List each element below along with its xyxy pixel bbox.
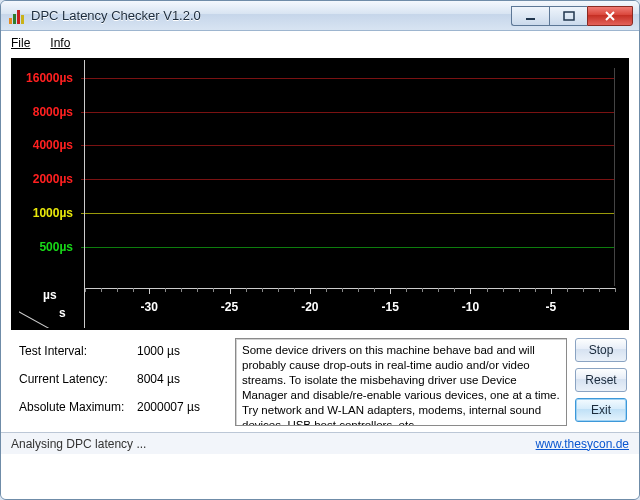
menu-file[interactable]: File — [7, 34, 34, 52]
x-axis-ticks: -30-25-20-15-10-5 — [85, 288, 615, 328]
y-tick-label: 4000µs — [33, 138, 73, 152]
x-tick-label: -15 — [381, 300, 398, 314]
x-tick-label: -10 — [462, 300, 479, 314]
x-tick-label: -5 — [545, 300, 556, 314]
y-unit-label: µs — [43, 288, 57, 302]
button-column: Stop Reset Exit — [575, 338, 627, 422]
minimize-button[interactable] — [511, 6, 549, 26]
client-area: File Info 16000µs8000µs4000µs2000µs1000µ… — [1, 31, 639, 499]
stat-interval-label: Test Interval: — [19, 344, 137, 358]
reset-button[interactable]: Reset — [575, 368, 627, 392]
svg-rect-1 — [564, 12, 574, 20]
x-tick-label: -30 — [141, 300, 158, 314]
x-tick-label: -20 — [301, 300, 318, 314]
titlebar: DPC Latency Checker V1.2.0 — [1, 1, 639, 31]
stat-current-label: Current Latency: — [19, 372, 137, 386]
stat-max-value: 2000007 µs — [137, 400, 200, 414]
window-title: DPC Latency Checker V1.2.0 — [31, 8, 511, 23]
bar-series — [81, 68, 614, 286]
status-link[interactable]: www.thesycon.de — [536, 437, 629, 451]
stat-max-label: Absolute Maximum: — [19, 400, 137, 414]
advice-text: Some device drivers on this machine beha… — [235, 338, 567, 426]
axis-area: µs s -30-25-20-15-10-5 — [15, 288, 615, 328]
menubar: File Info — [1, 32, 639, 54]
svg-rect-0 — [526, 18, 535, 20]
app-icon — [9, 8, 25, 24]
y-tick-label: 8000µs — [33, 105, 73, 119]
y-tick-label: 16000µs — [26, 71, 73, 85]
stop-button[interactable]: Stop — [575, 338, 627, 362]
stat-max: Absolute Maximum: 2000007 µs — [19, 400, 227, 414]
axis-corner: µs s — [19, 288, 85, 328]
close-button[interactable] — [587, 6, 633, 26]
stat-current: Current Latency: 8004 µs — [19, 372, 227, 386]
latency-chart: 16000µs8000µs4000µs2000µs1000µs500µs µs … — [11, 58, 629, 330]
exit-button[interactable]: Exit — [575, 398, 627, 422]
plot-area — [81, 68, 615, 286]
y-tick-label: 2000µs — [33, 172, 73, 186]
statusbar: Analysing DPC latency ... www.thesycon.d… — [1, 432, 639, 454]
maximize-button[interactable] — [549, 6, 587, 26]
stat-current-value: 8004 µs — [137, 372, 180, 386]
stat-interval-value: 1000 µs — [137, 344, 180, 358]
x-unit-label: s — [59, 306, 66, 320]
status-text: Analysing DPC latency ... — [11, 437, 146, 451]
y-tick-label: 500µs — [39, 240, 73, 254]
app-window: DPC Latency Checker V1.2.0 File Info 160… — [0, 0, 640, 500]
y-axis-labels: 16000µs8000µs4000µs2000µs1000µs500µs — [15, 68, 77, 286]
y-tick-label: 1000µs — [33, 206, 73, 220]
window-buttons — [511, 6, 633, 26]
x-tick-label: -25 — [221, 300, 238, 314]
lower-panel: Test Interval: 1000 µs Current Latency: … — [1, 336, 639, 432]
stats-block: Test Interval: 1000 µs Current Latency: … — [19, 338, 227, 414]
stat-interval: Test Interval: 1000 µs — [19, 344, 227, 358]
menu-info[interactable]: Info — [46, 34, 74, 52]
